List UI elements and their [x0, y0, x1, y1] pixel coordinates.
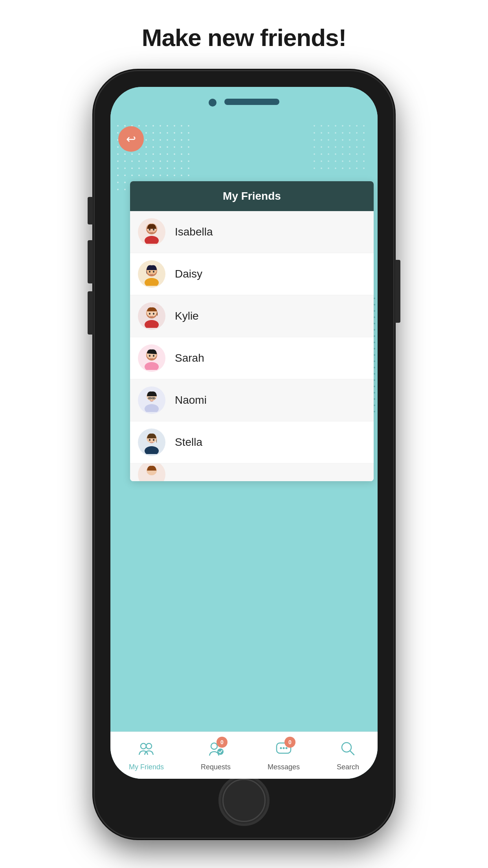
- requests-badge: 0: [216, 737, 227, 748]
- svg-point-31: [153, 439, 154, 441]
- list-item[interactable]: Isabella: [130, 211, 374, 253]
- svg-point-19: [153, 355, 154, 357]
- back-button[interactable]: ↩: [118, 126, 144, 152]
- bottom-nav: My Friends 0 Requests: [110, 732, 378, 779]
- mute-button: [88, 197, 93, 224]
- page-title: Make new friends!: [142, 24, 346, 51]
- friend-name: Sarah: [175, 352, 204, 364]
- svg-point-1: [145, 236, 159, 244]
- avatar: [138, 344, 165, 372]
- nav-item-messages[interactable]: 0 Messages: [268, 740, 300, 771]
- nav-label-search: Search: [337, 763, 359, 771]
- svg-point-14: [153, 313, 154, 315]
- friends-card-title: My Friends: [223, 190, 281, 202]
- friends-icon: [138, 740, 155, 761]
- volume-up-button: [88, 240, 93, 283]
- svg-point-35: [211, 743, 217, 749]
- friend-name: Naomi: [175, 394, 207, 406]
- avatar: [138, 260, 165, 288]
- power-button: [395, 260, 400, 323]
- avatar: [138, 428, 165, 456]
- list-item[interactable]: Naomi: [130, 379, 374, 421]
- nav-label-my-friends: My Friends: [129, 763, 164, 771]
- svg-point-13: [149, 313, 150, 315]
- list-item[interactable]: [130, 463, 374, 481]
- volume-down-button: [88, 291, 93, 335]
- dot-pattern-tr: [311, 122, 366, 169]
- svg-point-38: [280, 747, 282, 749]
- svg-point-40: [285, 747, 287, 749]
- phone-shell: ↩ My Friends: [95, 71, 393, 838]
- svg-point-33: [141, 743, 146, 749]
- list-item[interactable]: Daisy: [130, 253, 374, 295]
- svg-point-39: [283, 747, 284, 749]
- list-item[interactable]: Kylie: [130, 295, 374, 337]
- svg-point-16: [145, 362, 159, 370]
- friend-name: Isabella: [175, 226, 213, 238]
- svg-point-28: [145, 446, 159, 454]
- svg-point-36: [217, 748, 224, 755]
- svg-point-26: [149, 398, 150, 399]
- nav-item-my-friends[interactable]: My Friends: [129, 740, 164, 771]
- speaker: [224, 99, 279, 105]
- avatar: [138, 218, 165, 246]
- home-button-ring: [222, 779, 266, 822]
- svg-point-4: [153, 229, 154, 231]
- app-content: ↩ My Friends: [110, 118, 378, 732]
- notch-area: [110, 87, 378, 118]
- avatar: [138, 302, 165, 330]
- svg-point-27: [153, 398, 154, 399]
- phone-screen: ↩ My Friends: [110, 87, 378, 779]
- svg-point-34: [146, 743, 152, 749]
- svg-point-9: [153, 271, 154, 273]
- list-item[interactable]: Stella: [130, 421, 374, 463]
- search-icon: [339, 740, 356, 761]
- friend-name: Kylie: [175, 310, 199, 322]
- friends-card-header: My Friends: [130, 181, 374, 211]
- svg-point-18: [149, 355, 150, 357]
- svg-point-6: [145, 278, 159, 286]
- svg-point-3: [149, 229, 150, 231]
- svg-point-30: [149, 439, 150, 441]
- svg-point-11: [145, 320, 159, 328]
- avatar: [138, 386, 165, 414]
- nav-label-messages: Messages: [268, 763, 300, 771]
- svg-point-20: [145, 404, 159, 412]
- messages-badge: 0: [284, 737, 295, 748]
- nav-item-search[interactable]: Search: [337, 740, 359, 771]
- friends-card: My Friends: [130, 181, 374, 481]
- svg-point-8: [149, 271, 150, 273]
- avatar: [138, 463, 165, 481]
- camera: [209, 99, 216, 107]
- friend-name: Stella: [175, 436, 202, 449]
- home-button[interactable]: [218, 775, 270, 826]
- nav-label-requests: Requests: [201, 763, 231, 771]
- friend-name: Daisy: [175, 268, 202, 280]
- nav-item-requests[interactable]: 0 Requests: [201, 740, 231, 771]
- svg-line-42: [350, 751, 354, 755]
- back-arrow-icon: ↩: [126, 133, 136, 145]
- list-item[interactable]: Sarah: [130, 337, 374, 379]
